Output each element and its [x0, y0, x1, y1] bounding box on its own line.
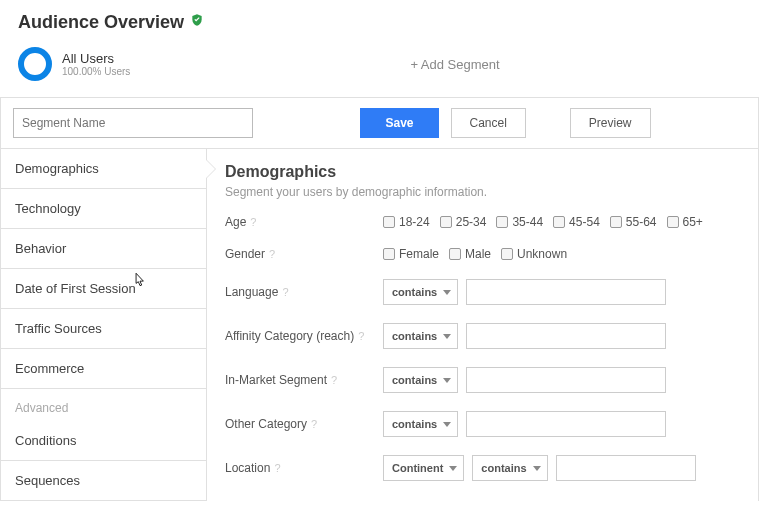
label-age: Age	[225, 215, 246, 229]
checkbox-gender-male[interactable]: Male	[449, 247, 491, 261]
content-panel: Demographics Segment your users by demog…	[207, 149, 758, 501]
inmarket-value-input[interactable]	[466, 367, 666, 393]
affinity-value-input[interactable]	[466, 323, 666, 349]
panel-title: Demographics	[225, 163, 740, 181]
help-icon[interactable]: ?	[311, 418, 317, 430]
donut-icon	[18, 47, 52, 81]
row-inmarket: In-Market Segment ? contains	[225, 367, 740, 393]
checkbox-age-55-64[interactable]: 55-64	[610, 215, 657, 229]
checkbox-gender-unknown[interactable]: Unknown	[501, 247, 567, 261]
checkbox-age-35-44[interactable]: 35-44	[496, 215, 543, 229]
toolbar: Save Cancel Preview	[1, 98, 758, 149]
segment-name: All Users	[62, 51, 130, 66]
page-title-text: Audience Overview	[18, 12, 184, 33]
checkbox-age-18-24[interactable]: 18-24	[383, 215, 430, 229]
add-segment-button[interactable]: + Add Segment	[410, 57, 499, 72]
segment-sub: 100.00% Users	[62, 66, 130, 77]
help-icon[interactable]: ?	[269, 248, 275, 260]
sidebar-item-behavior[interactable]: Behavior	[1, 229, 206, 269]
segments-bar: All Users 100.00% Users + Add Segment	[0, 39, 759, 97]
sidebar-item-technology[interactable]: Technology	[1, 189, 206, 229]
row-location: Location ? Continent contains	[225, 455, 740, 481]
location-operator-dropdown[interactable]: contains	[472, 455, 547, 481]
help-icon[interactable]: ?	[282, 286, 288, 298]
other-value-input[interactable]	[466, 411, 666, 437]
language-value-input[interactable]	[466, 279, 666, 305]
language-operator-dropdown[interactable]: contains	[383, 279, 458, 305]
sidebar-item-sequences[interactable]: Sequences	[1, 461, 206, 501]
panel-subtitle: Segment your users by demographic inform…	[225, 185, 740, 199]
save-button[interactable]: Save	[360, 108, 438, 138]
page-title: Audience Overview	[0, 0, 759, 39]
gender-options: Female Male Unknown	[383, 247, 567, 261]
inmarket-operator-dropdown[interactable]: contains	[383, 367, 458, 393]
row-gender: Gender ? Female Male Unknown	[225, 247, 740, 261]
checkbox-gender-female[interactable]: Female	[383, 247, 439, 261]
segment-name-input[interactable]	[13, 108, 253, 138]
age-options: 18-24 25-34 35-44 45-54 55-64 65+	[383, 215, 703, 229]
location-dimension-dropdown[interactable]: Continent	[383, 455, 464, 481]
sidebar-item-demographics[interactable]: Demographics	[1, 149, 206, 189]
cancel-button[interactable]: Cancel	[451, 108, 526, 138]
checkbox-age-25-34[interactable]: 25-34	[440, 215, 487, 229]
label-affinity: Affinity Category (reach)	[225, 329, 354, 343]
sidebar-item-traffic-sources[interactable]: Traffic Sources	[1, 309, 206, 349]
sidebar-heading-advanced: Advanced	[1, 389, 206, 421]
row-age: Age ? 18-24 25-34 35-44 45-54 55-64 65+	[225, 215, 740, 229]
help-icon[interactable]: ?	[274, 462, 280, 474]
checkbox-age-65plus[interactable]: 65+	[667, 215, 703, 229]
help-icon[interactable]: ?	[250, 216, 256, 228]
checkbox-age-45-54[interactable]: 45-54	[553, 215, 600, 229]
preview-button[interactable]: Preview	[570, 108, 651, 138]
location-value-input[interactable]	[556, 455, 696, 481]
segment-builder: Save Cancel Preview Demographics Technol…	[0, 97, 759, 501]
segment-all-users[interactable]: All Users 100.00% Users	[18, 47, 130, 81]
affinity-operator-dropdown[interactable]: contains	[383, 323, 458, 349]
help-icon[interactable]: ?	[331, 374, 337, 386]
other-operator-dropdown[interactable]: contains	[383, 411, 458, 437]
row-language: Language ? contains	[225, 279, 740, 305]
label-other: Other Category	[225, 417, 307, 431]
row-affinity: Affinity Category (reach) ? contains	[225, 323, 740, 349]
verified-shield-icon	[190, 12, 204, 33]
help-icon[interactable]: ?	[358, 330, 364, 342]
sidebar-item-ecommerce[interactable]: Ecommerce	[1, 349, 206, 389]
label-location: Location	[225, 461, 270, 475]
row-other: Other Category ? contains	[225, 411, 740, 437]
label-language: Language	[225, 285, 278, 299]
label-inmarket: In-Market Segment	[225, 373, 327, 387]
label-gender: Gender	[225, 247, 265, 261]
sidebar-item-date-first-session[interactable]: Date of First Session	[1, 269, 206, 309]
sidebar-item-conditions[interactable]: Conditions	[1, 421, 206, 461]
sidebar: Demographics Technology Behavior Date of…	[1, 149, 207, 501]
